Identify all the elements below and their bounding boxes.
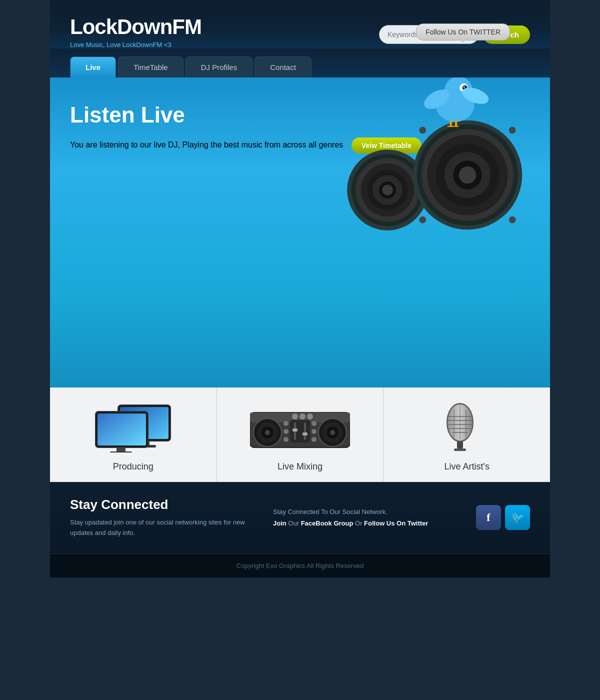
stay-connected-section: Stay Connected Stay upadated join one of…: [50, 482, 550, 554]
live-mixing-icon-area: [227, 402, 374, 452]
twitter-bubble-text: Follow Us On TWITTER: [416, 24, 510, 40]
live-artists-icon-area: [394, 402, 540, 452]
twitter-bird-icon: [420, 78, 490, 132]
svg-rect-52: [292, 428, 298, 432]
social-text-line1: Stay Connected To Our Social Network.: [273, 506, 456, 518]
hero-description: You are listening to our live DJ, Playin…: [70, 140, 343, 149]
svg-point-63: [312, 437, 316, 442]
footer-right: f 🐦: [476, 505, 530, 530]
footer-copyright: Copyright Exo Graphics All Rights Reserv…: [50, 554, 550, 578]
svg-rect-39: [110, 452, 132, 452]
svg-point-31: [382, 184, 392, 195]
join-text: Join: [273, 520, 286, 527]
svg-point-21: [509, 126, 516, 134]
dj-mixer-icon: [250, 402, 350, 452]
logo-subtitle: Love Music, Love LockDownFM <3: [70, 41, 202, 48]
stay-connected-body: Stay upadated join one of our social net…: [70, 518, 253, 538]
feature-producing-label: Producing: [113, 462, 154, 472]
tab-contact[interactable]: Contact: [254, 56, 312, 78]
svg-rect-37: [98, 414, 146, 446]
svg-point-57: [307, 414, 313, 420]
svg-point-59: [284, 429, 288, 434]
monitors-icon: [93, 402, 173, 452]
feature-live-artists: Live Artist's: [384, 388, 550, 482]
stay-connected-heading: Stay Connected: [70, 497, 253, 512]
svg-point-61: [312, 421, 316, 426]
svg-point-60: [284, 437, 288, 442]
tab-dj-profiles[interactable]: DJ Profiles: [186, 56, 253, 78]
svg-rect-9: [455, 120, 457, 127]
producing-icon-area: [60, 402, 206, 452]
facebook-button[interactable]: f: [476, 505, 501, 530]
social-links: Join Our FaceBook Group Or Follow Us On …: [273, 518, 456, 529]
facebook-link[interactable]: FaceBook Group: [301, 520, 354, 527]
tab-live[interactable]: Live: [70, 56, 116, 78]
svg-point-45: [265, 430, 270, 435]
svg-point-56: [300, 414, 306, 420]
svg-rect-11: [452, 126, 459, 127]
svg-point-19: [459, 166, 476, 184]
twitter-bubble[interactable]: Follow Us On TWITTER: [416, 24, 510, 40]
logo-title: LockDownFM: [70, 15, 202, 39]
svg-point-58: [284, 421, 288, 426]
twitter-button[interactable]: 🐦: [505, 505, 530, 530]
svg-rect-75: [454, 448, 466, 451]
svg-point-55: [292, 414, 298, 420]
twitter-link[interactable]: Follow Us On Twitter: [364, 520, 428, 527]
copyright-text: Copyright Exo Graphics All Rights Reserv…: [236, 562, 364, 570]
hero-illustration: [350, 78, 540, 342]
svg-point-49: [330, 430, 335, 435]
hero-section: Listen Live You are listening to our liv…: [50, 78, 550, 388]
svg-rect-53: [304, 422, 306, 440]
svg-point-23: [509, 216, 516, 224]
logo-area: LockDownFM Love Music, Love LockDownFM <…: [70, 15, 202, 48]
footer-center: Stay Connected To Our Social Network. Jo…: [273, 506, 456, 530]
navigation: Live TimeTable DJ Profiles Contact Follo…: [50, 48, 550, 78]
feature-live-mixing-label: Live Mixing: [278, 462, 322, 472]
svg-rect-54: [302, 432, 308, 436]
microphone-icon: [417, 402, 517, 452]
svg-point-4: [464, 86, 465, 88]
tab-timetable[interactable]: TimeTable: [118, 56, 184, 78]
svg-point-22: [419, 216, 426, 224]
svg-point-62: [312, 429, 316, 434]
svg-rect-8: [450, 120, 452, 127]
feature-producing: Producing: [50, 388, 217, 482]
feature-live-artists-label: Live Artist's: [444, 462, 489, 472]
footer-left: Stay Connected Stay upadated join one of…: [70, 497, 253, 538]
speaker-big-icon: [410, 118, 525, 232]
features-section: Producing: [50, 388, 550, 482]
feature-live-mixing: Live Mixing: [217, 388, 384, 482]
